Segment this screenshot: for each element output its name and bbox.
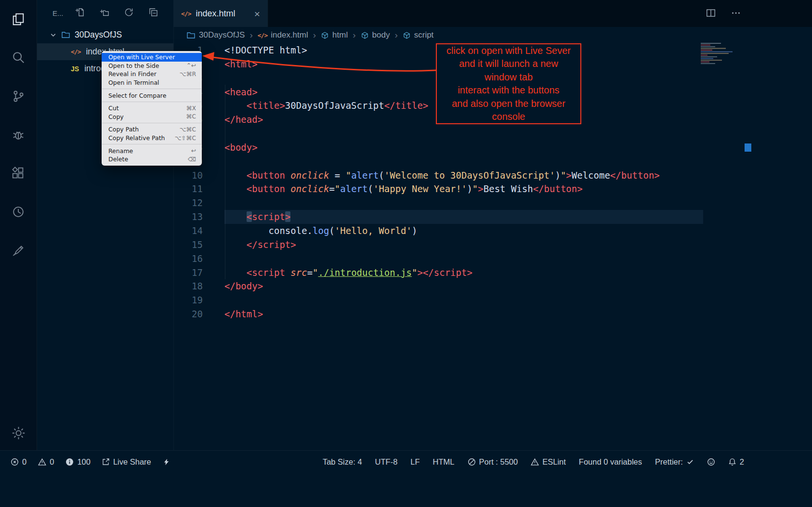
line-content[interactable]: <script src="./introduction.js"></script… [224, 266, 472, 280]
line-content[interactable]: </html> [224, 307, 263, 321]
close-tab-icon[interactable]: × [254, 9, 260, 19]
status-label: 0 [22, 457, 26, 467]
infocircle-icon [65, 458, 74, 466]
code-line-12[interactable]: 12 [173, 196, 812, 210]
line-content[interactable]: <script> [224, 210, 703, 224]
status-encoding[interactable]: UTF-8 [375, 457, 398, 467]
cube-icon [361, 31, 369, 39]
status-warnings[interactable]: 0 [38, 457, 54, 467]
status-label: UTF-8 [375, 457, 398, 467]
code-line-13[interactable]: 13 <script> [173, 210, 812, 224]
menu-item-reveal-in-finder[interactable]: Reveal in Finder⌥⌘R [102, 70, 202, 78]
line-content[interactable]: <body> [224, 141, 258, 155]
breadcrumb-script[interactable]: script [403, 30, 434, 40]
code-line-9[interactable]: 9 [173, 155, 812, 169]
activity-source-control[interactable] [0, 77, 37, 116]
new-folder-button[interactable] [99, 7, 109, 19]
line-number: 18 [173, 279, 203, 293]
file-type-icon: JS [71, 65, 79, 73]
code-line-17[interactable]: 17 <script src="./introduction.js"></scr… [173, 266, 812, 280]
smiley-icon [707, 458, 715, 466]
status-feedback-smiley[interactable] [707, 458, 715, 466]
status-notifications[interactable]: 2 [728, 457, 744, 467]
collapse-folders-button[interactable] [148, 7, 158, 19]
code-line-14[interactable]: 14 console.log('Hello, World') [173, 224, 812, 238]
code-line-10[interactable]: 10 <button onclick = "alert('Welcome to … [173, 169, 812, 182]
line-number: 15 [173, 238, 203, 252]
minimap[interactable] [701, 42, 743, 67]
tab-index-html[interactable]: </> index.html × [173, 0, 268, 27]
line-content[interactable]: <head> [224, 85, 258, 99]
menu-item-cut[interactable]: Cut⌘X [102, 104, 202, 113]
split-editor-button[interactable] [706, 8, 716, 20]
line-content[interactable]: console.log('Hello, World') [224, 224, 417, 238]
status-errors[interactable]: 0 [11, 457, 26, 467]
activity-search[interactable] [0, 39, 37, 77]
code-line-20[interactable]: 20</html> [173, 307, 812, 321]
tree-root-folder[interactable]: 30DaysOfJS [37, 26, 173, 43]
menu-item-copy-relative-path[interactable]: Copy Relative Path⌥⇧⌘C [102, 134, 202, 143]
status-live-server-port[interactable]: Port : 5500 [468, 457, 518, 467]
menu-item-open-with-live-server[interactable]: Open with Live Server [102, 53, 202, 62]
breadcrumb-30daysofjs[interactable]: 30DaysOfJS [186, 30, 245, 40]
menu-item-rename[interactable]: Rename↩ [102, 146, 202, 155]
status-prettier[interactable]: Prettier: [655, 457, 694, 467]
line-content[interactable]: <button onclick="alert('Happy New Year!'… [224, 182, 583, 196]
menu-item-copy-path[interactable]: Copy Path⌥⌘C [102, 125, 202, 134]
activity-extensions[interactable] [0, 154, 37, 193]
breadcrumb-label: html [332, 30, 348, 40]
breadcrumb-index-html[interactable]: </>index.html [258, 30, 308, 40]
menu-item-select-for-compare[interactable]: Select for Compare [102, 91, 202, 100]
breadcrumb-html[interactable]: html [321, 30, 348, 40]
line-number: 14 [173, 224, 203, 238]
menu-item-shortcut: ⌥⇧⌘C [175, 135, 196, 142]
menu-separator [102, 89, 201, 89]
activity-settings[interactable] [0, 414, 37, 452]
code-line-15[interactable]: 15 </script> [173, 238, 812, 252]
breadcrumb-label: 30DaysOfJS [199, 30, 245, 40]
status-tab-size[interactable]: Tab Size: 4 [323, 457, 362, 467]
breadcrumb-body[interactable]: body [361, 30, 390, 40]
cube-icon [321, 31, 329, 39]
status-label: Live Share [113, 457, 151, 467]
status-label: 2 [740, 457, 744, 467]
chevron-down-icon [50, 31, 57, 39]
menu-item-open-to-the-side[interactable]: Open to the Side⌃↩ [102, 62, 202, 70]
code-line-7[interactable]: 7 [173, 127, 812, 141]
scrollbar-decoration [745, 143, 751, 152]
code-line-19[interactable]: 19 [173, 293, 812, 307]
activity-run-debug[interactable] [0, 116, 37, 154]
breadcrumb-label: script [414, 30, 434, 40]
line-content[interactable]: </body> [224, 279, 263, 293]
status-variables-found[interactable]: Found 0 variables [579, 457, 642, 467]
line-content[interactable]: <button onclick = "alert('Welcome to 30D… [224, 169, 660, 182]
line-content[interactable]: <!DOCTYPE html> [224, 43, 307, 57]
menu-item-open-in-terminal[interactable]: Open in Terminal [102, 78, 202, 87]
code-line-11[interactable]: 11 <button onclick="alert('Happy New Yea… [173, 182, 812, 196]
menu-item-delete[interactable]: Delete⌫ [102, 155, 202, 164]
line-content[interactable]: </script> [224, 238, 296, 252]
status-eol[interactable]: LF [410, 457, 419, 467]
more-actions-button[interactable] [731, 8, 741, 20]
activity-feedback-pen[interactable] [0, 231, 37, 270]
menu-item-shortcut: ⌃↩ [186, 62, 196, 69]
new-file-icon [75, 7, 85, 17]
code-line-16[interactable]: 16 [173, 252, 812, 266]
status-quick-action[interactable] [163, 458, 170, 466]
new-file-button[interactable] [75, 7, 85, 19]
status-eslint[interactable]: ESLint [531, 457, 566, 467]
menu-item-copy[interactable]: Copy⌘C [102, 113, 202, 121]
status-info-metric[interactable]: 100 [65, 457, 91, 467]
line-number: 20 [173, 307, 203, 321]
activity-explorer[interactable] [0, 0, 37, 39]
status-language-mode[interactable]: HTML [433, 457, 455, 467]
refresh-explorer-button[interactable] [124, 7, 134, 19]
code-line-18[interactable]: 18</body> [173, 279, 812, 293]
new-folder-icon [99, 7, 109, 17]
line-content[interactable]: <html> [224, 57, 258, 71]
code-line-8[interactable]: 8<body> [173, 141, 812, 155]
line-content[interactable]: </head> [224, 113, 263, 127]
activity-history[interactable] [0, 193, 37, 231]
line-content[interactable]: <title>30DaysOfJavaScript</title> [224, 99, 428, 113]
status-live-share[interactable]: Live Share [102, 457, 151, 467]
